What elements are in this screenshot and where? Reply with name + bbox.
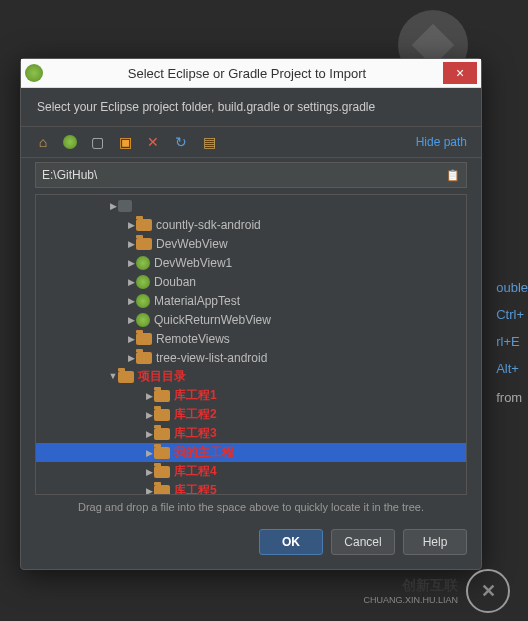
- folder-icon: [154, 428, 170, 440]
- expand-icon[interactable]: ▶: [126, 277, 136, 287]
- help-button[interactable]: Help: [403, 529, 467, 555]
- tree-item-label: 库工程2: [174, 406, 217, 423]
- dialog-title: Select Eclipse or Gradle Project to Impo…: [51, 66, 443, 81]
- close-button[interactable]: ×: [443, 62, 477, 84]
- background-shortcut-hints: ouble Ctrl+ rl+E Alt+ from: [496, 280, 528, 417]
- tree-row[interactable]: ▶Douban: [36, 272, 466, 291]
- hint-item: Ctrl+: [496, 307, 528, 322]
- expand-icon[interactable]: ▶: [144, 410, 154, 420]
- tree-row[interactable]: ▶我的主工程: [36, 443, 466, 462]
- folder-icon: [136, 219, 152, 231]
- expand-icon[interactable]: ▶: [126, 296, 136, 306]
- tree-item-label: tree-view-list-android: [156, 351, 267, 365]
- tree-item-label: 我的主工程: [174, 444, 234, 461]
- hint-item: ouble: [496, 280, 528, 295]
- ok-button[interactable]: OK: [259, 529, 323, 555]
- tree-row[interactable]: ▶库工程3: [36, 424, 466, 443]
- tree-item-label: QuickReturnWebView: [154, 313, 271, 327]
- expand-icon[interactable]: ▶: [126, 353, 136, 363]
- android-project-icon: [136, 275, 150, 289]
- path-input[interactable]: E:\GitHub\ 📋: [35, 162, 467, 188]
- dialog-subheader: Select your Eclipse project folder, buil…: [21, 88, 481, 127]
- brand-cn: 创新互联: [363, 577, 458, 595]
- module-folder-icon[interactable]: ▣: [117, 134, 133, 150]
- folder-icon: [136, 352, 152, 364]
- cancel-button[interactable]: Cancel: [331, 529, 395, 555]
- folder-icon: [154, 390, 170, 402]
- tree-row[interactable]: ▼项目目录: [36, 367, 466, 386]
- toolbar: ⌂ ▢ ▣ ✕ ↻ ▤ Hide path: [21, 127, 481, 158]
- tree-item-label: MaterialAppTest: [154, 294, 240, 308]
- expand-icon[interactable]: ▶: [144, 486, 154, 496]
- expand-icon[interactable]: ▶: [126, 315, 136, 325]
- android-project-icon: [136, 256, 150, 270]
- tree-row[interactable]: ▶DevWebView1: [36, 253, 466, 272]
- tree-row[interactable]: ▶RemoteViews: [36, 329, 466, 348]
- tree-item-label: 库工程1: [174, 387, 217, 404]
- path-input-value: E:\GitHub\: [42, 168, 97, 182]
- hint-from: from: [496, 390, 528, 405]
- hint-item: Alt+: [496, 361, 528, 376]
- expand-icon[interactable]: ▶: [144, 429, 154, 439]
- tree-item-label: DevWebView1: [154, 256, 232, 270]
- expand-icon[interactable]: ▶: [126, 258, 136, 268]
- tree-row[interactable]: ▶: [36, 196, 466, 215]
- tree-row[interactable]: ▶库工程2: [36, 405, 466, 424]
- show-hidden-icon[interactable]: ▤: [201, 134, 217, 150]
- refresh-icon[interactable]: ↻: [173, 134, 189, 150]
- tree-row[interactable]: ▶QuickReturnWebView: [36, 310, 466, 329]
- dialog-buttons: OK Cancel Help: [21, 519, 481, 569]
- expand-icon[interactable]: ▶: [144, 448, 154, 458]
- tree-item-label: countly-sdk-android: [156, 218, 261, 232]
- hint-item: rl+E: [496, 334, 528, 349]
- watermark: 创新互联 CHUANG.XIN.HU.LIAN ✕: [363, 569, 510, 613]
- folder-icon: [118, 200, 132, 212]
- folder-icon: [154, 409, 170, 421]
- tree-item-label: RemoteViews: [156, 332, 230, 346]
- expand-icon[interactable]: ▶: [126, 239, 136, 249]
- tree-row[interactable]: ▶库工程1: [36, 386, 466, 405]
- import-project-dialog: Select Eclipse or Gradle Project to Impo…: [20, 58, 482, 570]
- expand-icon[interactable]: ▶: [144, 467, 154, 477]
- expand-icon[interactable]: ▶: [126, 220, 136, 230]
- title-app-icon: [25, 64, 43, 82]
- history-dropdown-icon[interactable]: 📋: [446, 169, 460, 182]
- tree-item-label: DevWebView: [156, 237, 228, 251]
- file-tree[interactable]: ▶▶countly-sdk-android▶DevWebView▶DevWebV…: [35, 194, 467, 495]
- folder-icon: [154, 447, 170, 459]
- tree-item-label: 库工程4: [174, 463, 217, 480]
- tree-row[interactable]: ▶库工程4: [36, 462, 466, 481]
- tree-item-label: 项目目录: [138, 368, 186, 385]
- folder-icon: [154, 466, 170, 478]
- tree-item-label: 库工程5: [174, 482, 217, 495]
- tree-row[interactable]: ▶countly-sdk-android: [36, 215, 466, 234]
- android-project-icon: [136, 294, 150, 308]
- folder-icon: [136, 333, 152, 345]
- project-icon[interactable]: [63, 135, 77, 149]
- tree-item-label: Douban: [154, 275, 196, 289]
- delete-icon[interactable]: ✕: [145, 134, 161, 150]
- tree-row[interactable]: ▶tree-view-list-android: [36, 348, 466, 367]
- drag-drop-hint: Drag and drop a file into the space abov…: [21, 495, 481, 519]
- android-project-icon: [136, 313, 150, 327]
- tree-row[interactable]: ▶MaterialAppTest: [36, 291, 466, 310]
- new-folder-icon[interactable]: ▢: [89, 134, 105, 150]
- dialog-titlebar: Select Eclipse or Gradle Project to Impo…: [21, 59, 481, 88]
- folder-icon: [118, 371, 134, 383]
- folder-icon: [154, 485, 170, 496]
- brand-en: CHUANG.XIN.HU.LIAN: [363, 595, 458, 605]
- tree-row[interactable]: ▶DevWebView: [36, 234, 466, 253]
- expand-icon[interactable]: ▼: [108, 371, 118, 381]
- tree-item-label: 库工程3: [174, 425, 217, 442]
- folder-icon: [136, 238, 152, 250]
- expand-icon[interactable]: ▶: [126, 334, 136, 344]
- brand-mark-icon: ✕: [466, 569, 510, 613]
- home-icon[interactable]: ⌂: [35, 134, 51, 150]
- tree-row[interactable]: ▶库工程5: [36, 481, 466, 495]
- expand-icon[interactable]: ▶: [144, 391, 154, 401]
- hide-path-link[interactable]: Hide path: [416, 135, 467, 149]
